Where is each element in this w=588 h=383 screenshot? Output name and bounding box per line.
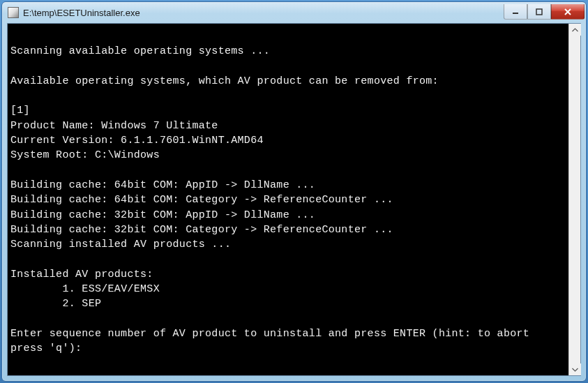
titlebar[interactable]: E:\temp\ESETUninstaller.exe	[2, 2, 586, 23]
window-controls	[504, 4, 585, 20]
close-icon	[564, 8, 572, 15]
console-output[interactable]: Scanning available operating systems ...…	[8, 24, 568, 375]
minimize-button[interactable]	[504, 4, 527, 20]
window-title: E:\temp\ESETUninstaller.exe	[23, 8, 504, 18]
scroll-down-button[interactable]	[569, 363, 581, 375]
console-line: Building cache: 32bit COM: AppID -> DllN…	[10, 208, 566, 223]
console-line: Building cache: 32bit COM: Category -> R…	[10, 223, 566, 237]
console-line: 1. ESS/EAV/EMSX	[10, 282, 566, 296]
console-line: Enter sequence number of AV product to u…	[10, 326, 566, 356]
close-button[interactable]	[551, 4, 585, 20]
console-line	[10, 252, 566, 266]
console-line: Scanning installed AV products ...	[10, 237, 566, 252]
console-line	[10, 312, 566, 326]
console-line: [1]	[10, 103, 566, 118]
console-line: System Root: C:\Windows	[10, 148, 566, 163]
console-line	[10, 29, 566, 44]
vertical-scrollbar[interactable]	[568, 24, 580, 375]
console-window: E:\temp\ESETUninstaller.exe Scanning ava…	[1, 1, 587, 382]
scroll-up-button[interactable]	[569, 24, 581, 36]
console-line	[10, 163, 566, 178]
console-line: Building cache: 64bit COM: Category -> R…	[10, 193, 566, 207]
console-line: Installed AV products:	[10, 267, 566, 282]
console-line	[10, 89, 566, 103]
console-line: Available operating systems, which AV pr…	[10, 74, 566, 89]
maximize-button[interactable]	[527, 4, 551, 20]
console-line	[10, 59, 566, 74]
console-line: 2. SEP	[10, 296, 566, 311]
console-line: Current Version: 6.1.1.7601.WinNT.AMD64	[10, 133, 566, 148]
console-line: Product Name: Windows 7 Ultimate	[10, 119, 566, 133]
console-line: Building cache: 64bit COM: AppID -> DllN…	[10, 178, 566, 193]
app-icon	[8, 7, 19, 18]
svg-rect-1	[536, 9, 542, 15]
svg-rect-0	[513, 13, 518, 14]
maximize-icon	[536, 8, 543, 15]
chevron-up-icon	[572, 28, 578, 32]
console-line: Scanning available operating systems ...	[10, 44, 566, 59]
console-frame: Scanning available operating systems ...…	[7, 23, 581, 376]
minimize-icon	[512, 8, 519, 15]
chevron-down-icon	[572, 368, 578, 372]
